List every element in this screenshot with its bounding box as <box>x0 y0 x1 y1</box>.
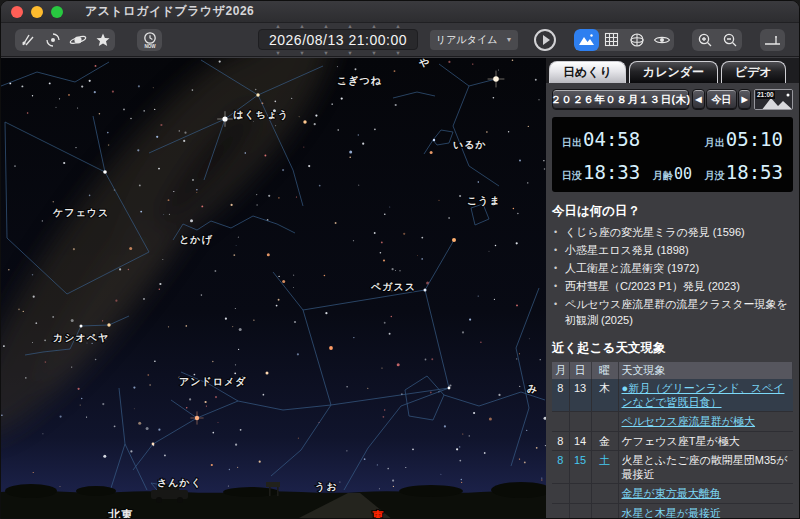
moon-age-value: 00 <box>674 165 692 183</box>
sunset-time: 18:33 <box>583 161 640 183</box>
events-table: 月日曜天文現象 813木●新月（グリーンランド、スペインなどで皆既日食）ペルセウ… <box>552 362 793 518</box>
events-column-header: 日 <box>569 362 591 379</box>
eye-icon[interactable] <box>649 29 674 51</box>
event-row: 金星が東方最大離角 <box>552 484 793 503</box>
svg-text:ケフェウス: ケフェウス <box>52 207 109 218</box>
event-link[interactable]: 水星と木星が最接近 <box>622 507 722 518</box>
app-window: アストロガイドブラウザ2026 <box>0 0 800 519</box>
svg-text:さんかく: さんかく <box>157 477 202 489</box>
tab-strip: 日めくりカレンダービデオ <box>546 58 799 83</box>
tab-0[interactable]: 日めくり <box>549 61 626 83</box>
ephemeris-panel: 日出 04:58 月出 05:10 日没 18:33 月齢 00 月没 18:5… <box>552 117 793 192</box>
sky-thumbnail[interactable]: 21:00 <box>754 89 793 110</box>
daily-panel: ２０２６年０８月１３日(木) ◀ 今日 ▶ 21:00 <box>546 83 799 518</box>
today-list-item: 小惑星エロス発見 (1898) <box>552 243 793 259</box>
today-section-title: 今日は何の日？ <box>552 203 793 220</box>
play-icon <box>543 35 550 45</box>
star-chart-svg: やこぎつねはくちょういるかこうまケフェウスとかげペガススカシオペヤアンドロメダみ… <box>1 58 546 519</box>
event-row: ペルセウス座流星群が極大 <box>552 412 793 431</box>
svg-text:いるか: いるか <box>453 139 487 150</box>
svg-text:み: み <box>527 383 538 394</box>
now-clock-icon[interactable]: NOW <box>137 29 162 51</box>
events-column-header: 天文現象 <box>618 362 793 379</box>
next-day-button[interactable]: ▶ <box>738 89 751 110</box>
svg-text:とかげ: とかげ <box>179 234 213 246</box>
svg-text:カシオペヤ: カシオペヤ <box>53 332 109 343</box>
event-link[interactable]: ●新月（グリーンランド、スペインなどで皆既日食） <box>622 382 785 408</box>
zoom-window-button[interactable] <box>51 6 63 18</box>
thumbnail-time: 21:00 <box>756 91 775 99</box>
svg-text:東: 東 <box>371 509 385 519</box>
sunset-label: 日没 <box>562 169 582 183</box>
svg-text:はくちょう: はくちょう <box>233 109 289 121</box>
star-icon[interactable] <box>90 29 115 51</box>
prev-day-button[interactable]: ◀ <box>692 89 705 110</box>
today-list: くじら座の変光星ミラの発見 (1596)小惑星エロス発見 (1898)人工衛星と… <box>552 225 793 329</box>
extra-group <box>760 29 785 51</box>
today-list-item: くじら座の変光星ミラの発見 (1596) <box>552 225 793 241</box>
svg-text:北東: 北東 <box>107 508 134 519</box>
events-header-row: 月日曜天文現象 <box>552 362 793 379</box>
galaxy-icon[interactable] <box>40 29 65 51</box>
today-button[interactable]: 今日 <box>706 89 737 110</box>
current-date-display[interactable]: ２０２６年０８月１３日(木) <box>552 89 689 110</box>
date-nav: ２０２６年０８月１３日(木) ◀ 今日 ▶ 21:00 <box>552 89 793 110</box>
event-row: 水星と木星が最接近 <box>552 503 793 518</box>
window-title: アストロガイドブラウザ2026 <box>85 3 254 20</box>
celestial-globe-icon[interactable] <box>624 29 649 51</box>
title-bar: アストロガイドブラウザ2026 <box>1 1 799 23</box>
moonset-time: 18:53 <box>726 161 783 183</box>
pointer-tool-icon[interactable] <box>15 29 40 51</box>
datetime-display[interactable]: 2026/08/13 21:00:00 <box>258 29 418 50</box>
play-button[interactable] <box>534 29 556 51</box>
events-body: 813木●新月（グリーンランド、スペインなどで皆既日食）ペルセウス座流星群が極大… <box>552 379 793 518</box>
svg-text:NOW: NOW <box>144 43 156 48</box>
moon-age-label: 月齢 <box>653 169 673 183</box>
svg-text:や: や <box>418 58 430 68</box>
planet-icon[interactable] <box>65 29 90 51</box>
event-row: 815土火星とふたご座の散開星団M35が最接近 <box>552 450 793 484</box>
datetime-control[interactable]: ▲▲▲▲▲▲ 2026/08/13 21:00:00 ▼▼▼▼▼▼ <box>258 23 418 56</box>
side-panel: 日めくりカレンダービデオ ２０２６年０８月１３日(木) ◀ 今日 ▶ 21:00 <box>546 58 799 518</box>
event-row: 813木●新月（グリーンランド、スペインなどで皆既日食） <box>552 379 793 412</box>
sunrise-label: 日出 <box>562 136 582 150</box>
event-row: 814金ケフェウス座T星が極大 <box>552 431 793 450</box>
time-mode-value: リアルタイム <box>436 33 497 47</box>
close-window-button[interactable] <box>11 6 23 18</box>
horizon-view-icon[interactable] <box>574 29 599 51</box>
now-group: NOW <box>137 29 162 51</box>
moonrise-time: 05:10 <box>726 128 783 150</box>
svg-text:アンドロメダ: アンドロメダ <box>179 376 246 387</box>
zoom-in-icon[interactable] <box>692 29 717 51</box>
event-text: 火星とふたご座の散開星団M35が最接近 <box>618 450 793 484</box>
minimize-window-button[interactable] <box>31 6 43 18</box>
today-list-item: 人工衛星と流星衝突 (1972) <box>552 261 793 277</box>
event-link[interactable]: 金星が東方最大離角 <box>622 487 721 499</box>
svg-text:こうま: こうま <box>467 195 501 207</box>
events-column-header: 月 <box>552 362 569 379</box>
sunrise-time: 04:58 <box>583 128 640 150</box>
tab-1[interactable]: カレンダー <box>629 61 718 83</box>
horizon-marker-icon[interactable] <box>760 29 785 51</box>
tab-2[interactable]: ビデオ <box>721 61 786 83</box>
time-mode-select[interactable]: リアルタイム ▼ <box>430 30 518 50</box>
svg-text:ペガスス: ペガスス <box>370 281 416 292</box>
events-column-header: 曜 <box>591 362 618 379</box>
svg-text:こぎつね: こぎつね <box>337 75 382 86</box>
today-list-item: ペルセウス座流星群の流星クラスター現象を初観測 (2025) <box>552 297 793 329</box>
zoom-group <box>692 29 742 51</box>
svg-text:うお: うお <box>315 481 337 493</box>
grid-icon[interactable] <box>599 29 624 51</box>
zoom-out-icon[interactable] <box>717 29 742 51</box>
moonset-label: 月没 <box>705 169 725 183</box>
chevron-down-icon: ▼ <box>505 36 512 43</box>
star-chart[interactable]: やこぎつねはくちょういるかこうまケフェウスとかげペガススカシオペヤアンドロメダみ… <box>1 58 546 519</box>
view-tools-group <box>574 29 674 51</box>
object-tools-group <box>15 29 115 51</box>
today-list-item: 西村彗星（C/2023 P1）発見 (2023) <box>552 279 793 295</box>
toolbar: NOW ▲▲▲▲▲▲ 2026/08/13 21:00:00 ▼▼▼▼▼▼ リア… <box>1 23 799 57</box>
events-section-title: 近く起こる天文現象 <box>552 340 793 357</box>
event-text: ケフェウス座T星が極大 <box>618 431 793 450</box>
event-link[interactable]: ペルセウス座流星群が極大 <box>622 415 756 427</box>
moonrise-label: 月出 <box>705 136 725 150</box>
